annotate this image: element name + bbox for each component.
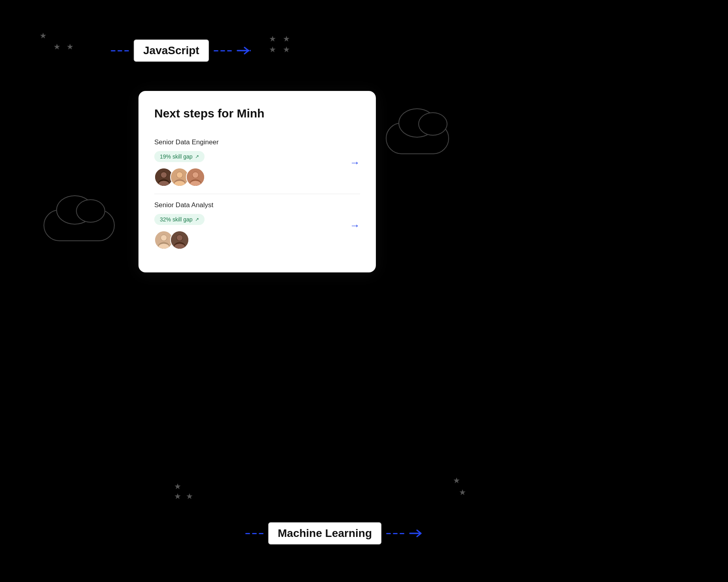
- avatar-group-1: [154, 168, 360, 187]
- star-icon: ★: [269, 35, 276, 43]
- job-arrow-1[interactable]: →: [350, 157, 360, 169]
- skill-gap-badge-2[interactable]: 32% skill gap ↗: [154, 214, 205, 225]
- star-icon: ★: [53, 43, 61, 51]
- machine-learning-label: Machine Learning: [268, 522, 381, 544]
- machine-learning-label-row: Machine Learning: [245, 522, 423, 544]
- svg-point-4: [161, 172, 167, 178]
- star-icon: ★: [66, 43, 74, 51]
- dashed-line-left: [111, 50, 129, 51]
- dashed-line-right: [214, 50, 232, 51]
- star-icon: ★: [174, 492, 181, 500]
- external-link-icon: ↗: [195, 217, 199, 222]
- dashed-line-ml-right: [386, 533, 404, 534]
- job-item-senior-data-engineer: Senior Data Engineer 19% skill gap ↗: [154, 131, 360, 194]
- job-arrow-2[interactable]: →: [350, 219, 360, 232]
- dashed-line-ml-left: [245, 533, 264, 534]
- job-title-1: Senior Data Engineer: [154, 138, 360, 146]
- next-steps-card: Next steps for Minh Senior Data Engineer…: [138, 91, 376, 272]
- cloud-right-icon: [386, 123, 449, 154]
- star-icon: ★: [453, 476, 460, 484]
- star-icon: ★: [283, 45, 290, 53]
- javascript-arrow-icon: [237, 45, 251, 56]
- avatar: [186, 168, 205, 187]
- job-title-2: Senior Data Analyst: [154, 201, 360, 209]
- skill-gap-badge-1[interactable]: 19% skill gap ↗: [154, 151, 205, 162]
- star-icon: ★: [269, 45, 276, 53]
- cloud-left-icon: [44, 210, 115, 241]
- star-icon: ★: [186, 492, 193, 500]
- star-icon: ★: [40, 32, 47, 40]
- svg-point-19: [161, 235, 167, 241]
- star-icon: ★: [459, 488, 466, 496]
- javascript-label: JavaScript: [134, 40, 209, 62]
- svg-point-24: [177, 235, 183, 241]
- star-icon: ★: [283, 35, 290, 43]
- svg-point-9: [177, 172, 183, 178]
- svg-point-14: [193, 172, 199, 178]
- avatar: [170, 231, 189, 249]
- avatar-group-2: [154, 231, 360, 249]
- job-item-senior-data-analyst: Senior Data Analyst 32% skill gap ↗: [154, 194, 360, 257]
- star-icon: ★: [174, 482, 181, 490]
- javascript-label-row: JavaScript: [111, 40, 251, 62]
- card-title: Next steps for Minh: [154, 107, 360, 120]
- machine-learning-arrow-icon: [409, 528, 423, 539]
- external-link-icon: ↗: [195, 154, 199, 159]
